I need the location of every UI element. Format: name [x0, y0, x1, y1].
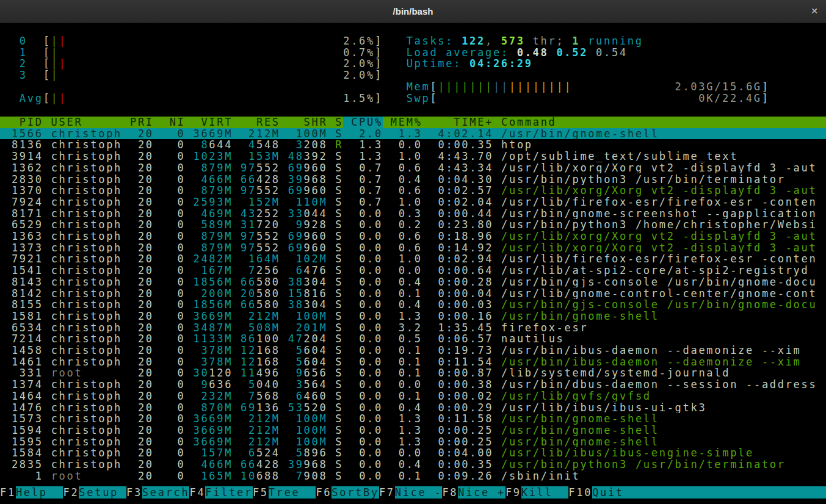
fkey-F3[interactable]: F3Search [126, 486, 189, 499]
uptime-line: Uptime: 04:26:29 [407, 58, 533, 70]
titlebar[interactable]: /bin/bash ✕ [0, 0, 826, 23]
column-header-s[interactable]: S [327, 117, 343, 128]
process-row[interactable]: 3914 christoph 20 0 1023M 153M 48392 S 1… [0, 151, 826, 162]
swp-meter: Swp[ 0K/22.4G] [407, 93, 770, 104]
column-header-user[interactable]: USER [43, 117, 122, 128]
process-row[interactable]: 8136 christoph 20 0 8644 4548 3208 R 1.3… [0, 139, 826, 151]
process-row[interactable]: 7214 christoph 20 0 1133M 86100 47204 S … [0, 333, 826, 345]
process-row[interactable]: 1594 christoph 20 0 3669M 212M 100M S 0.… [0, 425, 826, 436]
cpu-meter-2: 2 [|| 2.0%] [20, 58, 383, 70]
fkey-F7[interactable]: F7Nice - [379, 486, 442, 499]
cpu-meter-1: 1 [| 0.7%] [20, 47, 383, 59]
process-row[interactable]: 1374 christoph 20 0 9636 5040 3564 S 0.0… [0, 379, 826, 391]
column-header-virt[interactable]: VIRT [186, 117, 233, 128]
terminal-window: /bin/bash ✕ 0 [|| 2.6%]1 [| 0.7%]2 [|| 2… [0, 0, 826, 504]
column-header-cpupct[interactable]: CPU% [343, 117, 383, 128]
fkey-F5[interactable]: F5Tree [253, 486, 316, 499]
process-row[interactable]: 1464 christoph 20 0 232M 7568 6460 S 0.0… [0, 391, 826, 402]
fkey-F10[interactable]: F10Quit [568, 486, 639, 499]
process-row[interactable]: 1461 christoph 20 0 378M 12168 5604 S 0.… [0, 356, 826, 368]
process-row[interactable]: 8155 christoph 20 0 1856M 66580 38304 S … [0, 299, 826, 311]
load-line: Load average: 0.48 0.52 0.54 [407, 47, 628, 59]
process-row[interactable]: 8143 christoph 20 0 1856M 66580 38304 S … [0, 276, 826, 288]
mem-meter: Mem[||||||||||||||||| 2.03G/15.6G] [407, 81, 770, 93]
column-header-ni[interactable]: NI [154, 117, 186, 128]
process-row[interactable]: 1373 christoph 20 0 879M 97552 69960 S 0… [0, 242, 826, 254]
column-header-pid[interactable]: PID [4, 117, 43, 128]
process-row[interactable]: 8142 christoph 20 0 200M 20580 15816 S 0… [0, 288, 826, 300]
process-row[interactable]: 6534 christoph 20 0 3487M 508M 201M S 0.… [0, 322, 826, 334]
cpu-meter-0: 0 [|| 2.6%] [20, 35, 383, 47]
column-header-command[interactable]: Command [493, 117, 556, 128]
column-header-res[interactable]: RES [233, 117, 280, 128]
cpu-meter-3: 3 [| 2.0%] [20, 70, 383, 81]
fkey-F4[interactable]: F4Filter [189, 486, 252, 499]
window-title: /bin/bash [0, 0, 826, 23]
process-row[interactable]: 1584 christoph 20 0 157M 6524 5896 S 0.0… [0, 447, 826, 459]
process-row[interactable]: 1541 christoph 20 0 167M 7256 6476 S 0.0… [0, 265, 826, 276]
process-row[interactable]: 1363 christoph 20 0 879M 97552 69960 S 0… [0, 231, 826, 242]
process-row[interactable]: 2830 christoph 20 0 466M 66428 39968 S 0… [0, 174, 826, 185]
fkey-F1[interactable]: F1Help [0, 486, 63, 499]
tasks-line: Tasks: 122, 573 thr; 1 running [407, 35, 643, 47]
close-icon[interactable]: ✕ [806, 0, 822, 23]
function-key-bar: F1Help F2Setup F3SearchF4FilterF5Tree F6… [0, 486, 826, 499]
htop-terminal[interactable]: 0 [|| 2.6%]1 [| 0.7%]2 [|| 2.0%]3 [| 2.0… [0, 23, 826, 504]
process-row[interactable]: 1458 christoph 20 0 378M 12168 5604 S 0.… [0, 345, 826, 356]
cpu-meter-avg: Avg[|| 1.5%] [20, 93, 383, 104]
process-row[interactable]: 1 root 20 0 165M 10688 7908 S 0.0 0.1 0:… [0, 470, 826, 482]
process-table-header: PID USER PRI NI VIRT RES SHR S CPU% MEM%… [0, 117, 826, 128]
fkey-bar-fill [640, 486, 826, 499]
column-header-timeplus[interactable]: TIME+ [422, 117, 493, 128]
fkey-F2[interactable]: F2Setup [63, 486, 126, 499]
process-row[interactable]: 7924 christoph 20 0 2593M 152M 110M S 0.… [0, 196, 826, 208]
process-row[interactable]: 2835 christoph 20 0 466M 66428 39968 S 0… [0, 459, 826, 470]
column-header-pri[interactable]: PRI [122, 117, 154, 128]
process-row[interactable]: 1573 christoph 20 0 3669M 212M 100M S 0.… [0, 413, 826, 425]
process-row[interactable]: 1370 christoph 20 0 879M 97552 69960 S 0… [0, 185, 826, 196]
column-header-shr[interactable]: SHR [280, 117, 328, 128]
process-row[interactable]: 7921 christoph 20 0 2482M 164M 102M S 0.… [0, 253, 826, 265]
fkey-F9[interactable]: F9Kill [505, 486, 568, 499]
process-row[interactable]: 1581 christoph 20 0 3669M 212M 100M S 0.… [0, 311, 826, 322]
process-row[interactable]: 331 root 20 0 30120 11496 9656 S 0.0 0.1… [0, 367, 826, 379]
process-row[interactable]: 1595 christoph 20 0 3669M 212M 100M S 0.… [0, 436, 826, 448]
fkey-F6[interactable]: F6SortBy [316, 486, 379, 499]
process-row[interactable]: 1476 christoph 20 0 870M 69136 53520 S 0… [0, 402, 826, 414]
process-row[interactable]: 1566 christoph 20 0 3669M 212M 100M S 2.… [0, 128, 826, 140]
fkey-F8[interactable]: F8Nice + [442, 486, 505, 499]
process-row[interactable]: 8171 christoph 20 0 469M 43252 33044 S 0… [0, 208, 826, 220]
column-header-mempct[interactable]: MEM% [383, 117, 422, 128]
process-row[interactable]: 1362 christoph 20 0 879M 97552 69960 S 0… [0, 162, 826, 174]
process-row[interactable]: 6529 christoph 20 0 589M 31720 9928 S 0.… [0, 219, 826, 231]
